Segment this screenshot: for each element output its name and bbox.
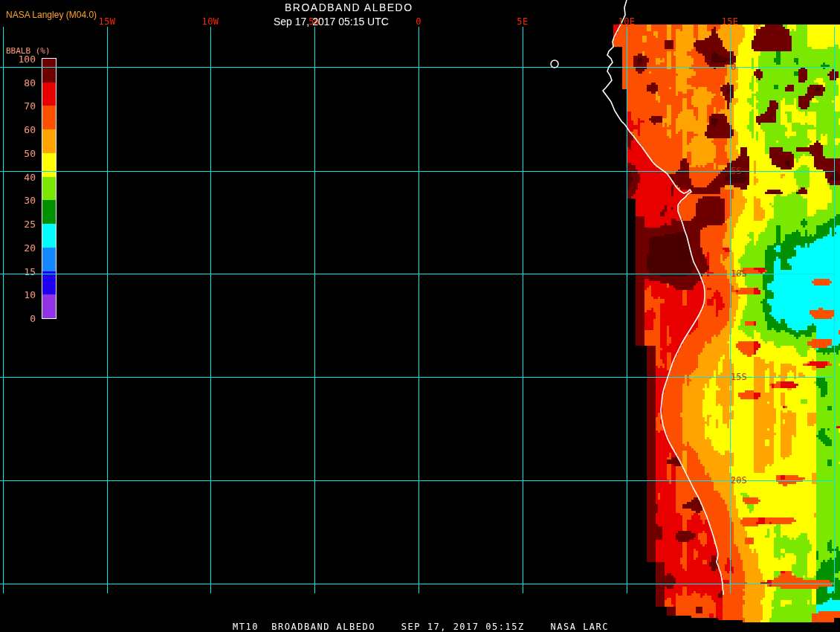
footer: MT10 BROADBAND ALBEDO SEP 17, 2017 05:15…: [0, 0, 840, 632]
footer-caption: MT10 BROADBAND ALBEDO SEP 17, 2017 05:15…: [233, 622, 609, 632]
albedo-map-viewer: BBALB (%) 100807060504030252015100 15W10…: [0, 0, 840, 632]
